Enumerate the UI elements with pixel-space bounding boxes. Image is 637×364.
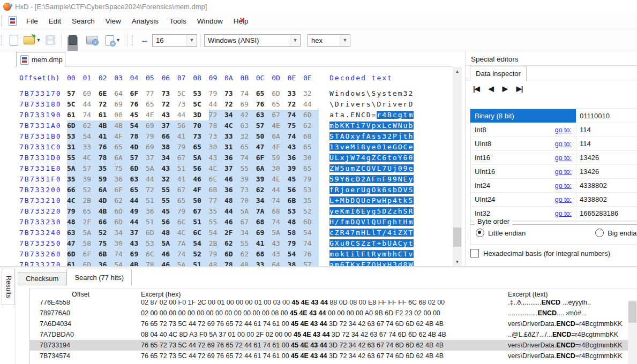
hex-byte[interactable]: 54 xyxy=(209,228,224,238)
inspector-value[interactable]: 13426 xyxy=(576,151,637,164)
hex-byte[interactable]: 67 xyxy=(177,153,193,163)
results-scrollbar-thumb[interactable] xyxy=(628,301,636,323)
hex-byte[interactable]: 49 xyxy=(130,206,146,217)
hex-byte[interactable]: 70 xyxy=(193,120,208,131)
hex-byte[interactable]: 6A xyxy=(114,153,130,163)
hex-byte[interactable]: 5A xyxy=(240,206,256,217)
hex-byte[interactable]: 54 xyxy=(114,260,130,266)
hex-byte[interactable]: 4B xyxy=(130,260,146,266)
hex-byte[interactable]: 36 xyxy=(288,153,303,163)
hex-byte[interactable]: 6A xyxy=(256,163,272,174)
hex-byte[interactable]: 30 xyxy=(303,153,319,163)
hex-byte[interactable]: 57 xyxy=(130,153,146,163)
hex-byte[interactable]: 38 xyxy=(161,142,177,153)
hex-byte[interactable]: 44 xyxy=(146,174,161,185)
hex-byte[interactable]: 43 xyxy=(130,238,146,249)
decoded-text-cell[interactable]: fRjoerUgOk6sbDVS xyxy=(329,185,414,195)
hex-byte[interactable]: 6F xyxy=(114,185,130,195)
hex-byte[interactable]: 62 xyxy=(240,249,256,260)
hex-byte[interactable]: 67 xyxy=(240,217,256,228)
chevron-down-icon[interactable]: ▼ xyxy=(290,35,300,46)
hex-byte[interactable]: 4B xyxy=(99,206,114,217)
hex-byte[interactable]: 73 xyxy=(240,185,256,195)
chevron-down-icon[interactable]: ▼ xyxy=(186,35,197,46)
hex-byte[interactable]: 5A xyxy=(272,228,287,238)
hex-byte[interactable]: 69 xyxy=(256,228,272,238)
save-button[interactable] xyxy=(43,33,58,48)
hex-byte[interactable]: 79 xyxy=(67,206,83,217)
hex-byte[interactable]: 68 xyxy=(256,217,272,228)
hex-byte[interactable]: 74 xyxy=(83,110,98,120)
hex-byte[interactable]: 76 xyxy=(130,99,146,110)
inspector-value[interactable]: 114 xyxy=(576,137,637,150)
inspector-value[interactable]: 4338802 xyxy=(576,179,637,192)
hex-byte[interactable]: 5A xyxy=(83,228,98,238)
hex-byte[interactable]: 39 xyxy=(83,174,98,185)
hex-byte[interactable]: 66 xyxy=(67,185,83,195)
hex-byte[interactable]: 75 xyxy=(288,120,303,131)
hex-byte[interactable]: 73 xyxy=(193,131,208,142)
hex-byte[interactable]: 6D xyxy=(303,217,319,228)
hex-byte[interactable]: 3D xyxy=(193,110,208,120)
hex-byte[interactable]: 36 xyxy=(114,174,130,185)
hex-byte[interactable]: 79 xyxy=(177,206,193,217)
hex-byte[interactable]: 53 xyxy=(288,206,303,217)
hex-byte[interactable]: 4F xyxy=(272,142,287,153)
hex-byte[interactable]: 78 xyxy=(224,260,240,266)
hex-byte[interactable]: 54 xyxy=(303,228,319,238)
hex-byte[interactable]: 74 xyxy=(303,238,319,249)
hex-byte[interactable]: 36 xyxy=(99,260,114,266)
hex-byte[interactable]: 39 xyxy=(240,174,256,185)
hex-byte[interactable]: 51 xyxy=(193,217,208,228)
hex-byte[interactable]: 48 xyxy=(209,260,224,266)
hex-byte[interactable]: 67 xyxy=(177,185,193,195)
hex-byte[interactable]: 45 xyxy=(130,110,146,120)
radio-big-endian[interactable]: Big endian xyxy=(595,229,637,237)
hex-byte[interactable]: 42 xyxy=(240,110,256,120)
hex-byte[interactable]: 33 xyxy=(83,142,98,153)
encoding-select[interactable]: Windows (ANSI) ▼ xyxy=(204,34,301,47)
hex-byte[interactable]: 43 xyxy=(272,238,287,249)
hex-byte[interactable]: 44 xyxy=(130,195,146,206)
hex-byte[interactable]: 35 xyxy=(303,195,319,206)
decoded-text-cell[interactable]: GXu0CSZzT+bUACyt xyxy=(329,238,414,249)
hex-byte[interactable]: 74 xyxy=(240,88,256,99)
decoded-text-cell[interactable]: 59Y6cD2AFnF99NEy xyxy=(329,174,414,185)
results-side-tab[interactable]: Results xyxy=(2,269,15,305)
hex-byte[interactable]: 30 xyxy=(272,163,287,174)
hex-byte[interactable]: 79 xyxy=(303,174,319,185)
hex-byte[interactable]: 4D xyxy=(99,195,114,206)
hex-byte[interactable]: 77 xyxy=(146,88,161,99)
hex-byte[interactable]: 6D xyxy=(303,110,319,120)
hex-byte[interactable]: 37 xyxy=(161,120,177,131)
hex-byte[interactable]: 70 xyxy=(240,195,256,206)
hex-byte[interactable]: 4F xyxy=(114,131,130,142)
hex-byte[interactable]: 63 xyxy=(67,228,83,238)
hex-byte[interactable]: 72 xyxy=(209,110,224,120)
hex-byte[interactable]: 34 xyxy=(161,153,177,163)
hex-byte[interactable]: 33 xyxy=(256,260,272,266)
hex-byte[interactable]: 48 xyxy=(161,228,177,238)
hex-byte[interactable]: 62 xyxy=(114,195,130,206)
hex-byte[interactable]: 37 xyxy=(146,153,161,163)
inspector-value[interactable]: 4338802 xyxy=(576,193,637,206)
hex-byte[interactable]: 32 xyxy=(303,88,319,99)
hex-byte[interactable]: 2F xyxy=(224,228,240,238)
hex-byte[interactable]: 73 xyxy=(224,88,240,99)
inspector-value[interactable]: 13426 xyxy=(576,165,637,178)
hex-byte[interactable]: 51 xyxy=(146,217,161,228)
hex-byte[interactable]: 44 xyxy=(177,110,193,120)
hex-byte[interactable]: 44 xyxy=(224,206,240,217)
hex-byte[interactable]: 54 xyxy=(130,120,146,131)
hex-byte[interactable]: 74 xyxy=(288,131,303,142)
hex-byte[interactable]: 35 xyxy=(67,174,83,185)
decoded-text-cell[interactable]: cZR47mHLlT/4iZXT xyxy=(329,228,414,238)
hex-byte[interactable]: 75 xyxy=(99,238,114,249)
hex-byte[interactable]: 65 xyxy=(303,142,319,153)
hex-byte[interactable]: 55 xyxy=(240,163,256,174)
hex-byte[interactable]: 74 xyxy=(272,217,287,228)
open-dropdown-caret-icon[interactable]: ▼ xyxy=(36,37,41,43)
hex-byte[interactable]: 78 xyxy=(99,153,114,163)
hex-byte[interactable]: 78 xyxy=(130,131,146,142)
scroll-down-icon[interactable]: ▼ xyxy=(453,257,462,266)
